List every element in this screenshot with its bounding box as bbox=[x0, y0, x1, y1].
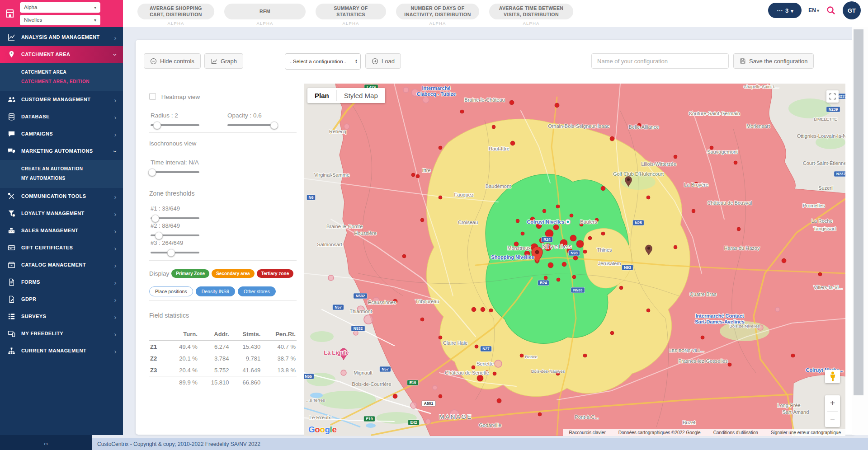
map-label-lillois-witterz-e: Lillois-Witterzée bbox=[641, 161, 676, 167]
road-badge-n533: N533 bbox=[571, 287, 585, 293]
scrollbar-thumb[interactable] bbox=[854, 29, 863, 395]
map-type-styled-map[interactable]: Styled Map bbox=[337, 88, 385, 103]
heatmap-checkbox[interactable] bbox=[149, 93, 156, 100]
slider-thumb[interactable] bbox=[148, 169, 156, 176]
store-select-value: Nivelles bbox=[24, 17, 42, 23]
tab-button-average-time-between-visits-distribution[interactable]: AVERAGE TIME BETWEEN VISITS, DISTRIBUTIO… bbox=[489, 4, 573, 19]
sidebar-item-current-management[interactable]: CURRENT MANAGEMENT› bbox=[0, 342, 123, 360]
other-store-dot bbox=[354, 331, 358, 335]
tab-button-average-shopping-cart-distribution[interactable]: AVERAGE SHOPPING CART, DISTRIBUTION bbox=[137, 4, 214, 19]
map-label-intermarch: Intermarché bbox=[422, 85, 451, 91]
google-logo: Google bbox=[308, 425, 336, 435]
sidebar-item-loyalty-management[interactable]: LOYALTY MANAGEMENT› bbox=[0, 205, 123, 222]
search-icon[interactable] bbox=[826, 5, 836, 15]
configuration-name-input[interactable] bbox=[591, 53, 729, 69]
sidebar-item-marketing-automations[interactable]: MARKETING AUTOMATIONS› bbox=[0, 143, 123, 160]
sidebar-item-campaigns[interactable]: CAMPAIGNS› bbox=[0, 126, 123, 143]
tab-button-rfm[interactable]: RFM bbox=[224, 4, 306, 19]
brand-select[interactable]: Alpha bbox=[20, 2, 100, 13]
zone-pill-primary-zone[interactable]: Primary Zone bbox=[171, 269, 209, 278]
store-select[interactable]: Nivelles bbox=[20, 15, 100, 25]
sidebar-item-sales-management[interactable]: SALES MANAGEMENT› bbox=[0, 222, 123, 239]
toggle-pill-density-ins9[interactable]: Density INS9 bbox=[196, 286, 235, 296]
toggle-pill-other-stores[interactable]: Other stores bbox=[238, 286, 276, 296]
sidebar-item-surveys[interactable]: SURVEYS› bbox=[0, 308, 123, 325]
attribution-donn-es-cartographiques-2022-google[interactable]: Données cartographiques ©2022 Google bbox=[618, 430, 701, 435]
heatmap-label: Heatmap view bbox=[161, 94, 200, 100]
store-density-dot bbox=[521, 232, 524, 235]
slider-thumb[interactable] bbox=[153, 122, 161, 129]
svg-text:N6: N6 bbox=[309, 195, 314, 200]
sidebar-item-catalog-management[interactable]: CATALOG MANAGEMENT› bbox=[0, 257, 123, 274]
store-density-dot bbox=[583, 250, 587, 253]
sidebar-item-analysis-and-management[interactable]: ANALYSIS AND MANAGEMENT› bbox=[0, 29, 123, 46]
stats-col-stmts: Stmts. bbox=[230, 328, 262, 341]
sidebar-item-customer-management[interactable]: CUSTOMER MANAGEMENT› bbox=[0, 91, 123, 108]
submenu-item-catchment-area-edition[interactable]: CATCHMENT AREA, EDITION bbox=[21, 77, 123, 86]
svg-text:E19: E19 bbox=[366, 417, 373, 421]
sidebar-item-my-freedelity[interactable]: MY FREEDELITY› bbox=[0, 325, 123, 342]
radius-slider[interactable] bbox=[151, 122, 199, 128]
notifications-menu[interactable]: 3 bbox=[768, 3, 802, 18]
save-configuration-button[interactable]: Save the configuration bbox=[733, 53, 814, 69]
sidebar-item-database[interactable]: DATABASE› bbox=[0, 108, 123, 126]
map-label-tangissart: Tangissart bbox=[813, 226, 836, 231]
store-density-dot bbox=[439, 336, 442, 339]
map-label-baulers: Baulers bbox=[580, 219, 597, 225]
language-value: EN bbox=[808, 7, 816, 14]
sidebar-item-catchment-area[interactable]: CATCHMENT AREA› bbox=[0, 46, 123, 63]
store-density-dot bbox=[573, 256, 578, 260]
app-footer: CustoCentrix - Copyright & copy; 2010-20… bbox=[0, 435, 868, 450]
map-label-quatre-bras: Quatre Bras bbox=[689, 291, 717, 297]
store-density-dot bbox=[601, 186, 605, 191]
attribution-raccourcis-clavier[interactable]: Raccourcis clavier bbox=[569, 430, 606, 435]
pegman-icon bbox=[830, 371, 836, 381]
road-badge-a501: A501 bbox=[422, 401, 435, 406]
stats-header-row: Turn.Addr.Stmts.Pen.Rt. bbox=[149, 328, 297, 341]
sidebar-item-forms[interactable]: FORMS› bbox=[0, 274, 123, 291]
zone-pill-secondary-area[interactable]: Secondary area bbox=[212, 269, 255, 278]
map-label-braine-le-ch-teau: Braine-le-Château bbox=[464, 97, 505, 103]
tab-button-summary-of-statistics[interactable]: SUMMARY OF STATISTICS bbox=[316, 4, 386, 19]
map-label-la-ligule: La Ligule bbox=[324, 350, 349, 356]
svg-text:N533: N533 bbox=[573, 288, 583, 292]
road-badge-n239: N239 bbox=[826, 107, 840, 112]
opacity-slider[interactable] bbox=[227, 122, 276, 128]
submenu-item-create-an-automation[interactable]: CREATE AN AUTOMATION bbox=[21, 164, 123, 173]
submenu-item-catchment-area[interactable]: CATCHMENT AREA bbox=[21, 67, 123, 77]
road-badge-n27: N27 bbox=[481, 346, 492, 352]
threshold-slider[interactable] bbox=[151, 232, 199, 239]
zone-pill-tertiary-zone[interactable]: Tertiary zone bbox=[257, 269, 294, 278]
slider-thumb[interactable] bbox=[155, 232, 163, 239]
sidebar-collapse[interactable] bbox=[0, 435, 92, 450]
map-type-plan[interactable]: Plan bbox=[307, 88, 336, 103]
threshold-slider[interactable] bbox=[151, 249, 199, 256]
sidebar-item-communication-tools[interactable]: COMMUNICATION TOOLS› bbox=[0, 188, 123, 205]
time-interval-slider[interactable] bbox=[151, 169, 199, 175]
store-density-dot bbox=[393, 394, 397, 398]
catchment-map[interactable]: E429E19E19E42A501N532N57N532N57N27N93N93… bbox=[304, 84, 845, 436]
zoom-out-button[interactable]: − bbox=[825, 412, 840, 427]
fullscreen-button[interactable] bbox=[826, 90, 839, 103]
sidebar-item-gdpr[interactable]: GDPR› bbox=[0, 291, 123, 308]
load-button[interactable]: Load bbox=[365, 53, 401, 69]
pegman-streetview[interactable] bbox=[825, 370, 840, 383]
chevron-right-icon: › bbox=[114, 193, 117, 201]
submenu-item-my-automations[interactable]: MY AUTOMATIONS bbox=[21, 173, 123, 183]
tab-button-number-of-days-of-inactivity-distribution[interactable]: NUMBER OF DAYS OF INACTIVITY, DISTRIBUTI… bbox=[396, 4, 479, 19]
slider-thumb[interactable] bbox=[151, 215, 159, 222]
tab-average-shopping-cart-distribution: AVERAGE SHOPPING CART, DISTRIBUTIONALPHA bbox=[137, 4, 214, 27]
slider-thumb[interactable] bbox=[167, 249, 175, 257]
slider-thumb[interactable] bbox=[270, 122, 278, 129]
road-badge-e42: E42 bbox=[408, 420, 420, 425]
avatar[interactable]: GT bbox=[843, 1, 861, 19]
attribution-conditions-d-utilisation[interactable]: Conditions d'utilisation bbox=[713, 430, 758, 435]
language-select[interactable]: EN bbox=[808, 7, 819, 14]
threshold-slider[interactable] bbox=[151, 215, 199, 221]
map-label-senette: Senette bbox=[476, 361, 494, 366]
zoom-in-button[interactable]: + bbox=[825, 395, 840, 411]
attribution-signaler-une-erreur-cartographique[interactable]: Signaler une erreur cartographique bbox=[771, 430, 841, 435]
sidebar-item-gift-certificates[interactable]: GIFT CERTIFICATES› bbox=[0, 239, 123, 257]
sidebar-item-label: FORMS bbox=[21, 279, 114, 285]
toggle-pill-place-positions[interactable]: Place positions bbox=[149, 286, 193, 296]
